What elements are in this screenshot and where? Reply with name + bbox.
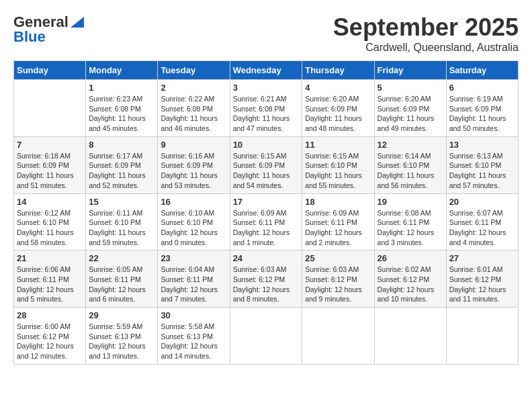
day-info: Sunrise: 6:01 AM Sunset: 6:12 PM Dayligh… xyxy=(449,265,515,304)
day-info: Sunrise: 6:23 AM Sunset: 6:08 PM Dayligh… xyxy=(89,94,154,134)
calendar-cell: 7Sunrise: 6:18 AM Sunset: 6:09 PM Daylig… xyxy=(14,136,86,193)
day-number: 3 xyxy=(233,83,300,93)
day-number: 23 xyxy=(161,253,226,263)
calendar-cell: 30Sunrise: 5:58 AM Sunset: 6:13 PM Dayli… xyxy=(158,308,230,365)
day-number: 13 xyxy=(449,140,515,150)
day-number: 30 xyxy=(161,310,226,320)
calendar-body: 1Sunrise: 6:23 AM Sunset: 6:08 PM Daylig… xyxy=(14,80,519,365)
calendar-cell: 2Sunrise: 6:22 AM Sunset: 6:08 PM Daylig… xyxy=(158,80,230,137)
calendar-cell: 27Sunrise: 6:01 AM Sunset: 6:12 PM Dayli… xyxy=(446,250,518,308)
calendar-cell: 21Sunrise: 6:06 AM Sunset: 6:11 PM Dayli… xyxy=(14,250,86,308)
day-info: Sunrise: 6:15 AM Sunset: 6:09 PM Dayligh… xyxy=(233,151,300,191)
day-info: Sunrise: 6:05 AM Sunset: 6:11 PM Dayligh… xyxy=(89,265,154,304)
day-info: Sunrise: 6:14 AM Sunset: 6:10 PM Dayligh… xyxy=(378,151,443,191)
svg-marker-0 xyxy=(71,17,84,28)
calendar-cell: 14Sunrise: 6:12 AM Sunset: 6:10 PM Dayli… xyxy=(14,193,86,250)
day-info: Sunrise: 6:22 AM Sunset: 6:08 PM Dayligh… xyxy=(161,94,226,134)
calendar-cell: 12Sunrise: 6:14 AM Sunset: 6:10 PM Dayli… xyxy=(374,136,446,193)
calendar-week-3: 14Sunrise: 6:12 AM Sunset: 6:10 PM Dayli… xyxy=(14,193,519,250)
day-info: Sunrise: 6:09 AM Sunset: 6:11 PM Dayligh… xyxy=(305,208,371,248)
day-info: Sunrise: 6:04 AM Sunset: 6:11 PM Dayligh… xyxy=(161,265,226,304)
title-area: September 2025 Cardwell, Queensland, Aus… xyxy=(333,13,519,54)
day-info: Sunrise: 6:11 AM Sunset: 6:10 PM Dayligh… xyxy=(89,208,154,248)
calendar-cell xyxy=(374,308,446,365)
day-number: 14 xyxy=(17,197,83,207)
day-number: 11 xyxy=(305,140,371,150)
calendar-cell: 17Sunrise: 6:09 AM Sunset: 6:11 PM Dayli… xyxy=(230,193,302,250)
calendar-cell: 8Sunrise: 6:17 AM Sunset: 6:09 PM Daylig… xyxy=(86,136,158,193)
calendar-cell: 26Sunrise: 6:02 AM Sunset: 6:12 PM Dayli… xyxy=(374,250,446,308)
column-header-monday: Monday xyxy=(86,61,158,80)
day-info: Sunrise: 6:07 AM Sunset: 6:11 PM Dayligh… xyxy=(449,208,515,248)
calendar-cell: 29Sunrise: 5:59 AM Sunset: 6:13 PM Dayli… xyxy=(86,308,158,365)
calendar-cell: 13Sunrise: 6:13 AM Sunset: 6:10 PM Dayli… xyxy=(446,136,518,193)
calendar-cell: 16Sunrise: 6:10 AM Sunset: 6:10 PM Dayli… xyxy=(158,193,230,250)
day-number: 1 xyxy=(89,83,154,93)
day-number: 2 xyxy=(161,83,226,93)
day-info: Sunrise: 5:58 AM Sunset: 6:13 PM Dayligh… xyxy=(161,322,226,361)
column-header-wednesday: Wednesday xyxy=(230,61,302,80)
day-number: 22 xyxy=(89,253,154,263)
calendar-week-4: 21Sunrise: 6:06 AM Sunset: 6:11 PM Dayli… xyxy=(14,250,519,308)
day-number: 28 xyxy=(17,310,83,320)
day-info: Sunrise: 6:03 AM Sunset: 6:12 PM Dayligh… xyxy=(305,265,371,304)
calendar-cell: 20Sunrise: 6:07 AM Sunset: 6:11 PM Dayli… xyxy=(446,193,518,250)
day-info: Sunrise: 6:02 AM Sunset: 6:12 PM Dayligh… xyxy=(378,265,443,304)
day-info: Sunrise: 6:09 AM Sunset: 6:11 PM Dayligh… xyxy=(233,208,300,248)
day-number: 21 xyxy=(17,253,83,263)
column-header-thursday: Thursday xyxy=(302,61,374,80)
location-subtitle: Cardwell, Queensland, Australia xyxy=(333,42,519,54)
day-number: 6 xyxy=(449,83,515,93)
day-number: 12 xyxy=(378,140,443,150)
day-number: 29 xyxy=(89,310,154,320)
day-number: 25 xyxy=(305,253,371,263)
calendar-cell: 19Sunrise: 6:08 AM Sunset: 6:11 PM Dayli… xyxy=(374,193,446,250)
day-number: 8 xyxy=(89,140,154,150)
calendar-week-1: 1Sunrise: 6:23 AM Sunset: 6:08 PM Daylig… xyxy=(14,80,519,137)
day-info: Sunrise: 6:18 AM Sunset: 6:09 PM Dayligh… xyxy=(17,151,83,191)
calendar-cell: 22Sunrise: 6:05 AM Sunset: 6:11 PM Dayli… xyxy=(86,250,158,308)
day-number: 17 xyxy=(233,197,300,207)
day-info: Sunrise: 6:00 AM Sunset: 6:12 PM Dayligh… xyxy=(17,322,83,361)
calendar-cell: 10Sunrise: 6:15 AM Sunset: 6:09 PM Dayli… xyxy=(230,136,302,193)
day-info: Sunrise: 6:10 AM Sunset: 6:10 PM Dayligh… xyxy=(161,208,226,248)
logo: General Blue xyxy=(13,13,84,46)
day-info: Sunrise: 6:12 AM Sunset: 6:10 PM Dayligh… xyxy=(17,208,83,248)
day-number: 19 xyxy=(378,197,443,207)
day-info: Sunrise: 6:19 AM Sunset: 6:09 PM Dayligh… xyxy=(449,94,515,134)
calendar-cell: 15Sunrise: 6:11 AM Sunset: 6:10 PM Dayli… xyxy=(86,193,158,250)
day-info: Sunrise: 6:13 AM Sunset: 6:10 PM Dayligh… xyxy=(449,151,515,191)
day-number: 24 xyxy=(233,253,300,263)
day-info: Sunrise: 6:20 AM Sunset: 6:09 PM Dayligh… xyxy=(305,94,371,134)
day-number: 5 xyxy=(378,83,443,93)
calendar-cell xyxy=(230,308,302,365)
calendar-cell: 25Sunrise: 6:03 AM Sunset: 6:12 PM Dayli… xyxy=(302,250,374,308)
logo-icon xyxy=(71,17,84,28)
day-number: 9 xyxy=(161,140,226,150)
day-info: Sunrise: 6:20 AM Sunset: 6:09 PM Dayligh… xyxy=(378,94,443,134)
calendar-cell: 23Sunrise: 6:04 AM Sunset: 6:11 PM Dayli… xyxy=(158,250,230,308)
day-info: Sunrise: 6:15 AM Sunset: 6:10 PM Dayligh… xyxy=(305,151,371,191)
calendar-cell xyxy=(446,308,518,365)
day-info: Sunrise: 6:16 AM Sunset: 6:09 PM Dayligh… xyxy=(161,151,226,191)
column-header-sunday: Sunday xyxy=(14,61,86,80)
day-number: 4 xyxy=(305,83,371,93)
day-info: Sunrise: 6:21 AM Sunset: 6:08 PM Dayligh… xyxy=(233,94,300,134)
calendar-cell: 24Sunrise: 6:03 AM Sunset: 6:12 PM Dayli… xyxy=(230,250,302,308)
calendar-cell: 6Sunrise: 6:19 AM Sunset: 6:09 PM Daylig… xyxy=(446,80,518,137)
day-number: 15 xyxy=(89,197,154,207)
calendar-cell: 5Sunrise: 6:20 AM Sunset: 6:09 PM Daylig… xyxy=(374,80,446,137)
calendar-cell: 28Sunrise: 6:00 AM Sunset: 6:12 PM Dayli… xyxy=(14,308,86,365)
day-info: Sunrise: 5:59 AM Sunset: 6:13 PM Dayligh… xyxy=(89,322,154,361)
day-info: Sunrise: 6:17 AM Sunset: 6:09 PM Dayligh… xyxy=(89,151,154,191)
logo-blue-text: Blue xyxy=(13,28,46,46)
day-info: Sunrise: 6:08 AM Sunset: 6:11 PM Dayligh… xyxy=(378,208,443,248)
column-header-friday: Friday xyxy=(374,61,446,80)
day-number: 10 xyxy=(233,140,300,150)
day-info: Sunrise: 6:06 AM Sunset: 6:11 PM Dayligh… xyxy=(17,265,83,304)
calendar-cell xyxy=(14,80,86,137)
day-number: 26 xyxy=(378,253,443,263)
calendar-cell xyxy=(302,308,374,365)
day-number: 18 xyxy=(305,197,371,207)
calendar-cell: 11Sunrise: 6:15 AM Sunset: 6:10 PM Dayli… xyxy=(302,136,374,193)
